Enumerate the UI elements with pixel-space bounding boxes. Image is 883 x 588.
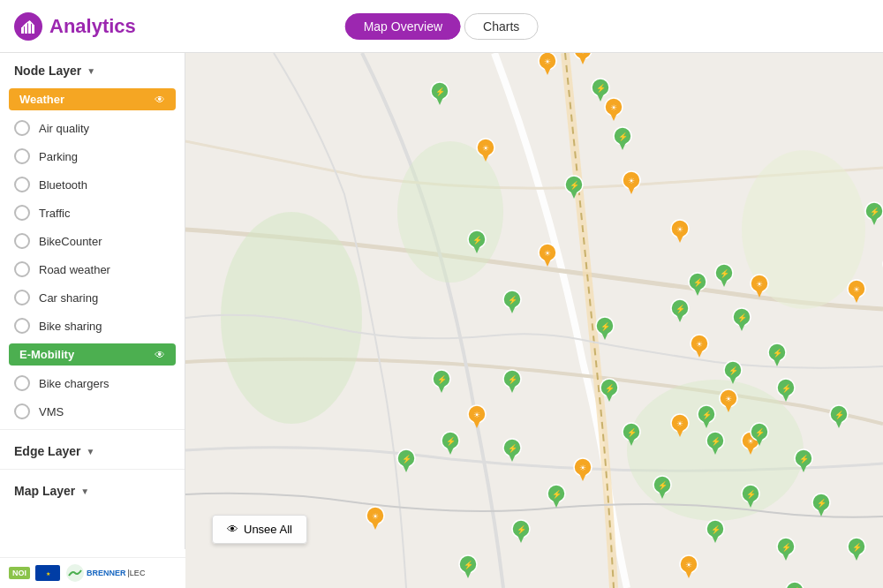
road-weather-toggle[interactable] [14, 261, 30, 277]
divider-1 [0, 429, 185, 430]
bike-sharing-label: Bike sharing [39, 320, 170, 333]
noi-logo: NOI [9, 567, 30, 579]
sidebar: Node Layer ▼ Weather 👁 Air quality Parki… [0, 53, 185, 549]
parking-item[interactable]: Parking [0, 142, 185, 170]
parking-label: Parking [39, 150, 170, 163]
bike-chargers-label: Bike chargers [39, 377, 170, 390]
air-quality-label: Air quality [39, 122, 170, 135]
vms-label: VMS [39, 405, 170, 418]
brenner-logo-icon [65, 563, 85, 583]
road-weather-item[interactable]: Road weather [0, 255, 185, 283]
svg-point-6 [221, 212, 362, 424]
edge-layer-section[interactable]: Edge Layer ▼ [0, 433, 185, 465]
bluetooth-item[interactable]: Bluetooth [0, 170, 185, 199]
parking-toggle[interactable] [14, 148, 30, 164]
app-logo-icon [14, 12, 42, 41]
bike-sharing-item[interactable]: Bike sharing [0, 312, 185, 340]
header-nav: Map Overview Charts [345, 13, 539, 40]
svg-rect-0 [21, 27, 24, 34]
unsee-icon: 👁 [227, 523, 238, 536]
divider-2 [0, 469, 185, 470]
bike-chargers-toggle[interactable] [14, 375, 30, 391]
bike-sharing-toggle[interactable] [14, 318, 30, 334]
brenner-label: BRENNER [87, 569, 126, 577]
car-sharing-item[interactable]: Car sharing [0, 283, 185, 312]
bluetooth-label: Bluetooth [39, 178, 170, 192]
svg-point-9 [742, 150, 865, 309]
map-area[interactable]: ☀☀☀☀☀☀☀☀☀☀☀☀☀☀☀☀☀☀☀☀☀⚡⚡⚡⚡⚡⚡⚡⚡⚡⚡⚡⚡⚡⚡⚡⚡⚡⚡⚡… [185, 53, 883, 588]
node-layer-label: Node Layer [14, 64, 81, 78]
svg-point-7 [627, 380, 804, 521]
edge-layer-chevron: ▼ [86, 447, 94, 456]
node-layer-chevron: ▼ [87, 66, 95, 76]
e-mobility-active-bar[interactable]: E-Mobility 👁 [9, 343, 176, 366]
lec-label: |LEC [128, 569, 146, 577]
e-mobility-eye-icon: 👁 [155, 349, 165, 361]
map-layer-chevron: ▼ [80, 486, 89, 496]
bottom-logos: NOI ★ BRENNER |LEC [0, 557, 185, 588]
traffic-item[interactable]: Traffic [0, 199, 185, 227]
bike-chargers-item[interactable]: Bike chargers [0, 369, 185, 397]
edge-layer-label: Edge Layer [14, 444, 80, 458]
map-layer-label: Map Layer [14, 484, 75, 498]
traffic-toggle[interactable] [14, 205, 30, 221]
header: Analytics Map Overview Charts [0, 0, 883, 53]
weather-label: Weather [19, 93, 64, 106]
charts-tab[interactable]: Charts [464, 13, 538, 40]
vms-toggle[interactable] [14, 403, 30, 419]
eu-logo: ★ [35, 565, 60, 581]
sidebar-wrapper: Node Layer ▼ Weather 👁 Air quality Parki… [0, 53, 185, 588]
main-layout: Node Layer ▼ Weather 👁 Air quality Parki… [0, 53, 883, 588]
weather-eye-icon: 👁 [155, 94, 165, 106]
svg-point-8 [397, 141, 503, 283]
weather-active-bar[interactable]: Weather 👁 [9, 88, 176, 110]
e-mobility-label: E-Mobility [19, 348, 74, 361]
logo-area: Analytics [14, 12, 136, 41]
traffic-label: Traffic [39, 207, 170, 220]
app-title: Analytics [49, 15, 136, 38]
air-quality-item[interactable]: Air quality [0, 114, 185, 142]
unsee-all-label: Unsee All [244, 523, 292, 536]
node-layer-section[interactable]: Node Layer ▼ [0, 53, 185, 85]
map-background [185, 53, 883, 588]
car-sharing-toggle[interactable] [14, 290, 30, 305]
road-weather-label: Road weather [39, 263, 170, 276]
air-quality-toggle[interactable] [14, 120, 30, 136]
svg-rect-3 [32, 25, 34, 34]
vms-item[interactable]: VMS [0, 397, 185, 426]
car-sharing-label: Car sharing [39, 291, 170, 305]
bike-counter-label: BikeCounter [39, 235, 170, 248]
bike-counter-item[interactable]: BikeCounter [0, 227, 185, 255]
unsee-all-button[interactable]: 👁 Unsee All [212, 515, 307, 544]
map-layer-section[interactable]: Map Layer ▼ [0, 473, 185, 505]
bluetooth-toggle[interactable] [14, 177, 30, 192]
bike-counter-toggle[interactable] [14, 233, 30, 249]
map-overview-tab[interactable]: Map Overview [345, 13, 461, 40]
